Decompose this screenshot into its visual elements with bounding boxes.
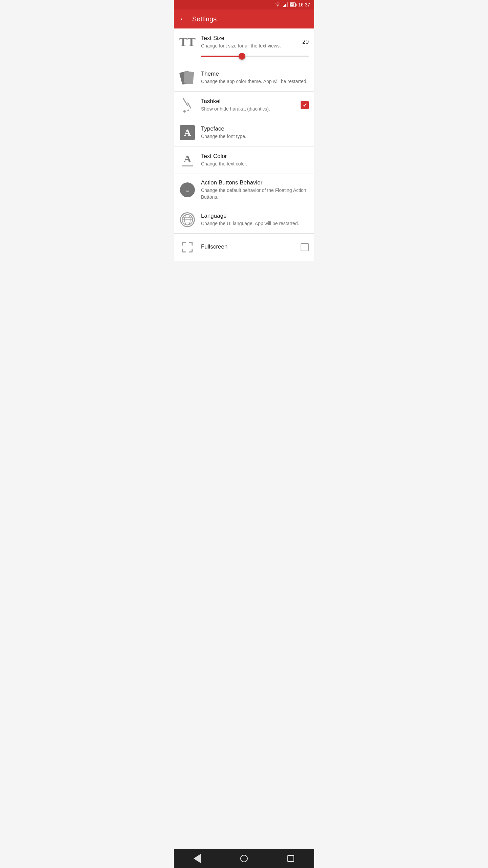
action-btn-icon: ⌄ — [180, 182, 195, 197]
slider-fill — [201, 56, 242, 57]
fullscreen-content: Fullscreen — [201, 243, 298, 251]
tashkel-item[interactable]: Tashkel Show or hide harakat (diacritics… — [174, 92, 314, 119]
tashkel-dot2 — [187, 110, 189, 111]
wifi-icon — [275, 2, 281, 7]
tashkel-line1 — [182, 97, 188, 106]
nav-recent-icon — [287, 855, 294, 862]
globe-svg — [181, 212, 194, 227]
theme-card-2 — [183, 71, 194, 84]
action-btn-icon-container: ⌄ — [179, 182, 196, 198]
language-icon-container — [179, 212, 196, 228]
action-buttons-title: Action Buttons Behavior — [201, 179, 309, 186]
battery-icon — [290, 2, 297, 7]
chevron-down-icon: ⌄ — [185, 186, 190, 194]
toolbar: ← Settings — [174, 9, 314, 28]
typeface-title: Typeface — [201, 125, 309, 132]
text-size-slider-container[interactable] — [179, 53, 309, 57]
text-size-content: Text Size Change font size for all the t… — [201, 35, 302, 50]
theme-icon-container — [179, 70, 196, 86]
svg-rect-1 — [284, 5, 285, 7]
text-size-icon-container: TT — [179, 34, 196, 50]
tt-icon: TT — [179, 35, 196, 49]
language-subtitle: Change the UI language. App will be rest… — [201, 220, 309, 227]
tashkel-title: Tashkel — [201, 98, 298, 105]
text-size-title: Text Size — [201, 35, 302, 42]
theme-icon — [181, 71, 194, 84]
nav-home-button[interactable] — [235, 849, 253, 868]
nav-recent-button[interactable] — [281, 849, 300, 868]
typeface-item[interactable]: A Typeface Change the font type. — [174, 119, 314, 146]
action-buttons-subtitle: Change the default behavior of the Float… — [201, 187, 309, 200]
status-icons: 16:37 — [275, 2, 310, 7]
slider-track[interactable] — [201, 56, 309, 57]
text-size-item[interactable]: TT Text Size Change font size for all th… — [174, 28, 314, 64]
status-bar: 16:37 — [174, 0, 314, 9]
fullscreen-icon — [180, 240, 195, 255]
typeface-content: Typeface Change the font type. — [201, 125, 309, 140]
text-color-bar — [182, 165, 193, 166]
theme-subtitle: Change the app color theme. App will be … — [201, 78, 309, 85]
theme-title: Theme — [201, 71, 309, 77]
svg-rect-5 — [296, 4, 297, 6]
typeface-subtitle: Change the font type. — [201, 133, 309, 140]
fullscreen-item[interactable]: Fullscreen — [174, 234, 314, 261]
slider-thumb[interactable] — [239, 53, 245, 60]
tashkel-dot1 — [183, 110, 186, 113]
tashkel-icon-container — [179, 97, 196, 113]
tashkel-checkbox[interactable]: ✓ — [301, 101, 309, 109]
settings-content: TT Text Size Change font size for all th… — [174, 28, 314, 280]
fullscreen-icon-container — [179, 239, 196, 255]
tashkel-content: Tashkel Show or hide harakat (diacritics… — [201, 98, 298, 113]
text-color-content: Text Color Change the text color. — [201, 153, 309, 167]
language-item[interactable]: Language Change the UI language. App wil… — [174, 206, 314, 234]
theme-item[interactable]: Theme Change the app color theme. App wi… — [174, 64, 314, 92]
toolbar-title: Settings — [192, 15, 217, 23]
text-size-value: 20 — [302, 39, 309, 45]
nav-back-icon — [194, 854, 201, 863]
svg-rect-0 — [283, 6, 284, 7]
checkbox-checked-icon: ✓ — [301, 101, 309, 109]
fullscreen-svg — [181, 241, 194, 253]
typeface-icon-container: A — [179, 124, 196, 141]
checkbox-unchecked-icon — [301, 243, 309, 251]
text-color-a: A — [184, 154, 191, 164]
action-buttons-content: Action Buttons Behavior Change the defau… — [201, 179, 309, 200]
nav-home-icon — [240, 855, 248, 862]
text-color-title: Text Color — [201, 153, 309, 160]
nav-back-button[interactable] — [188, 849, 207, 868]
fullscreen-title: Fullscreen — [201, 243, 298, 250]
svg-rect-2 — [285, 4, 286, 7]
fullscreen-checkbox[interactable] — [301, 243, 309, 251]
theme-content: Theme Change the app color theme. App wi… — [201, 71, 309, 85]
globe-icon — [180, 212, 195, 227]
text-color-icon: A — [182, 154, 193, 166]
text-color-icon-container: A — [179, 152, 196, 168]
text-size-top: TT Text Size Change font size for all th… — [179, 34, 309, 50]
language-content: Language Change the UI language. App wil… — [201, 213, 309, 227]
back-button[interactable]: ← — [179, 15, 187, 23]
signal-icon — [283, 2, 288, 7]
tashkel-subtitle: Show or hide harakat (diacritics). — [201, 106, 298, 113]
svg-rect-3 — [287, 2, 288, 7]
typeface-icon: A — [180, 125, 195, 140]
bottom-nav — [174, 849, 314, 868]
settings-list: TT Text Size Change font size for all th… — [174, 28, 314, 261]
language-title: Language — [201, 213, 309, 219]
tashkel-icon — [181, 97, 194, 113]
text-size-subtitle: Change font size for all the text views. — [201, 43, 302, 50]
checkmark-icon: ✓ — [303, 102, 307, 108]
time-display: 16:37 — [298, 2, 310, 7]
text-color-item[interactable]: A Text Color Change the text color. — [174, 146, 314, 174]
text-color-subtitle: Change the text color. — [201, 161, 309, 167]
action-buttons-item[interactable]: ⌄ Action Buttons Behavior Change the def… — [174, 174, 314, 206]
